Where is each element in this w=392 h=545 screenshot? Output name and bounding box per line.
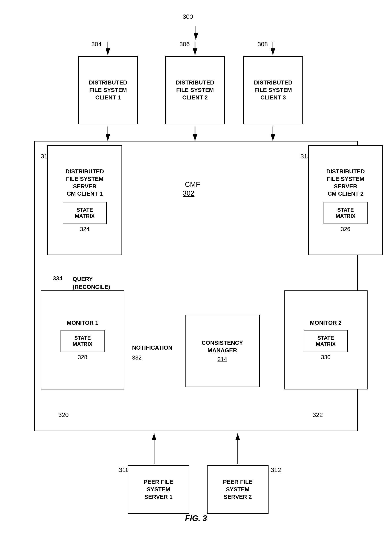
fig-caption: FIG. 3 [185, 514, 207, 523]
notification-label: NOTIFICATION [132, 344, 172, 351]
diagram: 300 304 DISTRIBUTEDFILE SYSTEMCLIENT 1 3… [0, 0, 392, 545]
client-1-label: DISTRIBUTEDFILE SYSTEMCLIENT 1 [89, 79, 127, 101]
state-matrix-4-inner: STATEMATRIX [304, 330, 348, 352]
state-matrix-4-label: STATEMATRIX [316, 335, 336, 347]
dfs-server-2-label: DISTRIBUTEDFILE SYSTEMSERVERCM CLIENT 2 [326, 168, 365, 198]
ref-324: 324 [80, 226, 89, 233]
ref-320: 320 [58, 411, 69, 419]
peer-server-2-label: PEER FILESYSTEMSERVER 2 [223, 478, 252, 501]
ref-314: 314 [218, 356, 227, 363]
peer-server-1-box: PEER FILESYSTEMSERVER 1 [128, 465, 189, 514]
query-reconcile-label: QUERY(RECONCILE) [73, 275, 110, 291]
ref-328: 328 [78, 354, 87, 361]
state-matrix-1-inner: STATEMATRIX [63, 202, 107, 224]
state-matrix-2-inner: STATEMATRIX [324, 202, 367, 224]
client-3-label: DISTRIBUTEDFILE SYSTEMCLIENT 3 [254, 79, 292, 101]
dfs-server-2-box: DISTRIBUTEDFILE SYSTEMSERVERCM CLIENT 2 … [308, 145, 383, 255]
ref-300: 300 [183, 13, 193, 20]
client-1-box: DISTRIBUTEDFILE SYSTEMCLIENT 1 [78, 56, 138, 124]
state-matrix-2-label: STATEMATRIX [336, 207, 355, 219]
ref-304: 304 [91, 41, 102, 48]
ref-334: 334 [53, 275, 62, 282]
ref-308: 308 [257, 41, 268, 48]
state-matrix-3-label: STATEMATRIX [73, 335, 93, 347]
ref-326: 326 [341, 226, 350, 233]
state-matrix-3-inner: STATEMATRIX [61, 330, 105, 352]
peer-server-1-label: PEER FILESYSTEMSERVER 1 [144, 478, 173, 501]
client-2-box: DISTRIBUTEDFILE SYSTEMCLIENT 2 [165, 56, 225, 124]
consistency-manager-label: CONSISTENCYMANAGER [202, 339, 243, 354]
ref-312: 312 [271, 466, 281, 473]
client-2-label: DISTRIBUTEDFILE SYSTEMCLIENT 2 [176, 79, 214, 101]
cmf-label: CMF [185, 180, 200, 189]
client-3-box: DISTRIBUTEDFILE SYSTEMCLIENT 3 [243, 56, 303, 124]
dfs-server-1-label: DISTRIBUTEDFILE SYSTEMSERVERCM CLIENT 1 [66, 168, 104, 198]
consistency-manager-box: CONSISTENCYMANAGER 314 [185, 315, 260, 387]
monitor-2-box: MONITOR 2 STATEMATRIX 330 [284, 291, 367, 390]
ref-322: 322 [312, 411, 323, 419]
monitor-2-label: MONITOR 2 [310, 319, 342, 327]
dfs-server-1-box: DISTRIBUTEDFILE SYSTEMSERVERCM CLIENT 1 … [47, 145, 122, 255]
monitor-1-label: MONITOR 1 [67, 319, 98, 327]
ref-306: 306 [179, 41, 190, 48]
monitor-1-box: MONITOR 1 STATEMATRIX 328 [41, 291, 124, 390]
cmf-ref: 302 [183, 189, 194, 197]
ref-330: 330 [321, 354, 330, 361]
state-matrix-1-label: STATEMATRIX [75, 207, 95, 219]
ref-332: 332 [132, 354, 142, 361]
peer-server-2-box: PEER FILESYSTEMSERVER 2 [207, 465, 268, 514]
